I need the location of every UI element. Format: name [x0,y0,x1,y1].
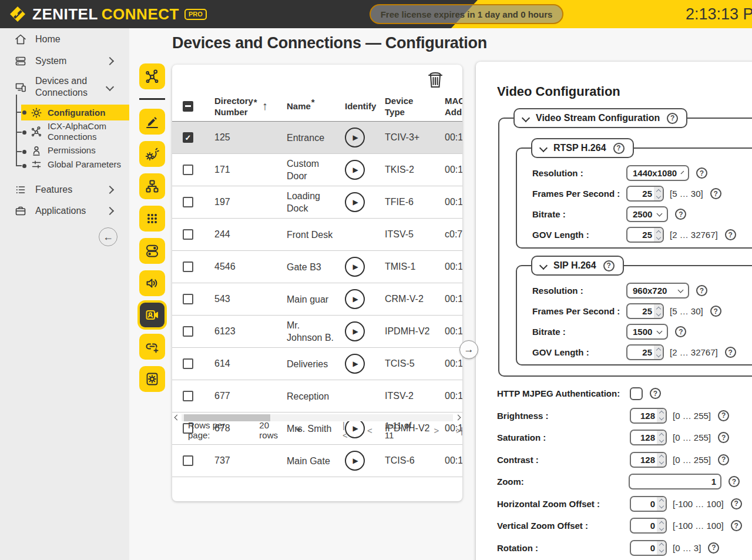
horizontal-zoom-offset-input[interactable]: 0 [630,496,667,512]
rtsp-resolution-select[interactable]: 1440x1080 [626,165,689,181]
row-checkbox[interactable] [183,455,193,466]
help-icon[interactable]: ? [675,326,686,337]
rtsp-gov-length-input[interactable]: 25 [626,227,664,243]
contrast-input[interactable]: 128 [630,452,667,468]
help-icon[interactable]: ? [710,188,721,199]
row-checkbox[interactable]: ✓ [183,132,193,143]
table-row[interactable]: 737 Main Gate ▶ TCIS-6 00:1 [172,445,462,477]
help-icon[interactable]: ? [718,454,729,465]
sip-bitrate-select[interactable]: 1500 [626,324,668,340]
table-row[interactable]: 171 Custom Door ▶ TKIS-2 00:1 [172,154,462,186]
sort-ascending-icon[interactable]: ↑ [262,99,268,113]
sip-resolution-select[interactable]: 960x720 [626,283,689,299]
help-icon[interactable]: ? [725,229,736,240]
delete-selected-button[interactable] [425,69,446,90]
chevron-down-icon[interactable] [539,144,548,152]
identify-play-button[interactable]: ▶ [345,160,365,180]
sidebar-item-system[interactable]: System [0,52,129,70]
table-row[interactable]: 4546 Gate B3 ▶ TMIS-1 00:1 [172,251,462,283]
spinner-buttons[interactable] [654,346,663,359]
help-icon[interactable]: ? [613,143,625,154]
help-icon[interactable]: ? [718,432,729,443]
sip-fps-input[interactable]: 25 [626,303,664,319]
first-page-button[interactable]: |< [343,420,348,440]
spinner-buttons[interactable] [657,409,666,422]
help-icon[interactable]: ? [728,476,740,487]
device-settings-icon[interactable] [139,366,165,392]
help-icon[interactable]: ? [696,167,707,179]
vertical-zoom-offset-input[interactable]: 0 [630,518,667,534]
device-provision-icon[interactable] [139,141,165,167]
rows-per-page-select[interactable]: 20 rows [259,420,288,440]
row-checkbox[interactable] [183,261,193,272]
identify-play-button[interactable]: ▶ [345,128,365,147]
expand-table-button[interactable]: → [459,340,478,359]
table-row[interactable]: 197 Loading Dock ▶ TFIE-6 00:1 [172,186,462,219]
identify-play-button[interactable]: ▶ [345,354,365,374]
row-checkbox[interactable] [183,165,193,175]
identify-play-button[interactable]: ▶ [345,257,365,277]
video-icon[interactable] [140,303,164,327]
help-icon[interactable]: ? [667,113,678,124]
rtsp-fps-input[interactable]: 25 [626,186,664,202]
sip-gov-length-input[interactable]: 25 [626,344,664,360]
spinner-buttons[interactable] [657,541,666,555]
sip-h264-legend[interactable]: SIP H.264 ? [531,256,624,276]
spinner-buttons[interactable] [657,431,666,444]
table-row[interactable]: 6123 Mr. Johnson B. ▶ IPDMH-V2 00:1 [172,316,462,348]
zoom-input[interactable]: 1 [629,474,721,489]
hierarchy-icon[interactable] [139,173,165,199]
edit-icon[interactable] [139,109,165,135]
row-checkbox[interactable] [183,391,193,401]
audio-icon[interactable] [139,270,165,296]
rotation-input[interactable]: 0 [630,540,667,556]
identify-play-button[interactable]: ▶ [345,289,365,309]
identify-play-button[interactable]: ▶ [345,451,365,471]
column-header-device-type[interactable]: DeviceType [385,95,445,118]
collapse-sidebar-button[interactable]: ← [99,227,118,246]
sidebar-item-global-parameters[interactable]: Global Parameters [31,157,121,172]
identify-play-button[interactable]: ▶ [345,192,365,212]
chevron-down-icon[interactable] [522,114,530,122]
link-add-icon[interactable] [139,334,165,360]
sidebar-item-devices-and-connections[interactable]: Devices and Connections [0,74,129,100]
column-header-name[interactable]: Name * [287,101,345,111]
previous-page-button[interactable]: < [367,425,372,435]
table-row[interactable]: 244 Front Desk ITSV-5 c0:7 [172,219,462,251]
spinner-buttons[interactable] [654,228,663,242]
saturation-input[interactable]: 128 [630,430,667,445]
spinner-buttons[interactable] [657,497,666,511]
identify-play-button[interactable]: ▶ [345,321,365,341]
row-checkbox[interactable] [183,326,193,337]
table-row[interactable]: 543 Main guar ▶ CRM-V-2 00:1 [172,283,462,316]
help-icon[interactable]: ? [731,520,742,531]
help-icon[interactable]: ? [603,260,615,271]
select-all-checkbox[interactable] [183,101,193,112]
column-header-directory-number[interactable]: DirectoryNumber * ↑ [214,95,287,118]
row-checkbox[interactable] [183,358,193,369]
dropdown-caret-icon[interactable] [296,428,301,432]
spinner-buttons[interactable] [657,453,666,467]
rtsp-h264-legend[interactable]: RTSP H.264 ? [531,138,634,158]
row-checkbox[interactable] [183,197,193,207]
row-checkbox[interactable] [183,229,193,240]
help-icon[interactable]: ? [725,347,736,358]
help-icon[interactable]: ? [650,388,661,399]
table-row[interactable]: ✓ 125 Entrance ▶ TCIV-3+ 00:1 [172,122,462,154]
column-header-mac-address[interactable]: MACAddr [445,95,462,118]
spinner-buttons[interactable] [654,187,663,200]
topology-icon[interactable] [139,63,165,89]
help-icon[interactable]: ? [710,306,721,317]
help-icon[interactable]: ? [696,285,707,296]
sidebar-item-applications[interactable]: Applications [0,202,129,220]
help-icon[interactable]: ? [731,498,742,509]
last-page-button[interactable]: >| [456,425,462,435]
rtsp-bitrate-select[interactable]: 2500 [626,206,668,222]
brightness-input[interactable]: 128 [630,408,667,424]
video-stream-configuration-legend[interactable]: Video Stream Configuration ? [513,108,687,128]
scroll-left-icon[interactable] [172,415,182,420]
dialpad-icon[interactable] [139,206,165,232]
sidebar-item-configuration[interactable]: Configuration [31,105,105,120]
table-row[interactable]: 614 Deliveries ▶ TCIS-5 00:1 [172,348,462,380]
spinner-buttons[interactable] [657,519,666,532]
